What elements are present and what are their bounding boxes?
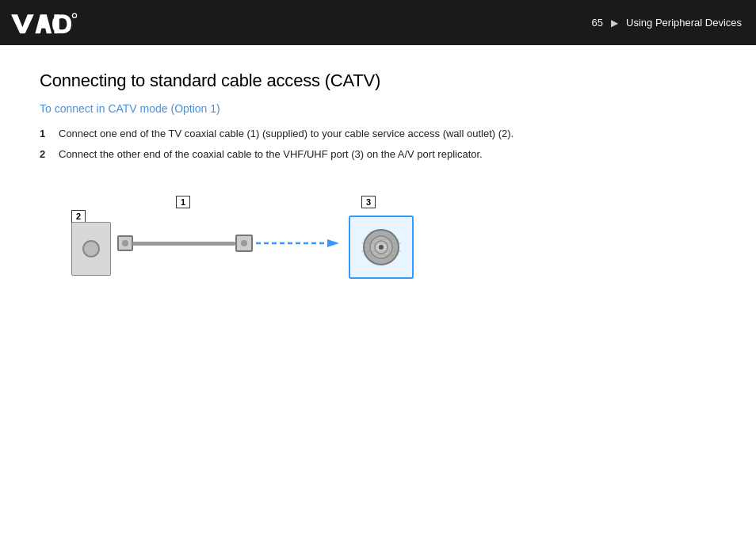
instruction-number-1: 1	[40, 126, 51, 142]
page-title: Connecting to standard cable access (CAT…	[40, 71, 716, 91]
label-3: 3	[361, 196, 376, 208]
svg-marker-7	[327, 239, 339, 247]
port-replicator	[349, 216, 414, 279]
label-1: 1	[176, 196, 190, 208]
header-arrow: ▶	[611, 17, 618, 29]
instruction-number-2: 2	[40, 147, 51, 162]
section-title: Using Peripheral Devices	[626, 17, 742, 29]
page-header: 65 ▶ Using Peripheral Devices	[0, 0, 756, 45]
wall-outlet	[71, 222, 111, 276]
instruction-item-2: 2 Connect the other end of the coaxial c…	[40, 147, 716, 162]
coax-port-graphic	[357, 223, 405, 271]
svg-point-5	[73, 13, 76, 17]
label-2: 2	[71, 210, 86, 223]
main-content: Connecting to standard cable access (CAT…	[0, 45, 756, 311]
svg-marker-0	[11, 14, 34, 33]
svg-point-11	[379, 245, 384, 250]
page-number: 65	[592, 17, 603, 29]
connector-right	[235, 235, 253, 252]
instructions-list: 1 Connect one end of the TV coaxial cabl…	[40, 126, 716, 162]
vaio-logo	[11, 12, 87, 34]
instruction-text-1: Connect one end of the TV coaxial cable …	[59, 126, 514, 142]
diagram: 2 1 3	[48, 184, 412, 295]
wall-outlet-port	[82, 240, 100, 257]
dashed-arrow	[252, 231, 347, 255]
subtitle: To connect in CATV mode (Option 1)	[40, 102, 716, 115]
connector-left	[117, 235, 133, 251]
svg-rect-2	[42, 23, 47, 26]
instruction-text-2: Connect the other end of the coaxial cab…	[59, 147, 483, 162]
header-right: 65 ▶ Using Peripheral Devices	[592, 17, 742, 29]
cable	[132, 242, 235, 246]
instruction-item-1: 1 Connect one end of the TV coaxial cabl…	[40, 126, 716, 142]
